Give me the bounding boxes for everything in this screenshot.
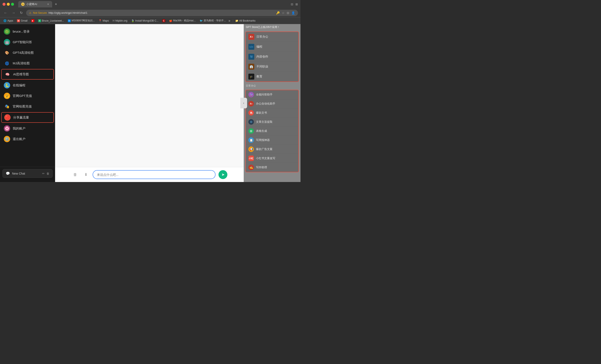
delete-chat-icon[interactable]: 🗑: [46, 172, 49, 175]
window-maximize-icon[interactable]: ⊞: [295, 2, 298, 6]
table-app-icon: ⊞: [248, 128, 254, 134]
app-item-ad[interactable]: 📢 爆款广告文案: [246, 145, 298, 154]
profile-icon[interactable]: 👤: [291, 11, 295, 15]
apps-section-label: 日常办公: [244, 83, 300, 88]
close-window-button[interactable]: [2, 3, 6, 6]
sidebar-item-gpt-qa[interactable]: 🤖 GPT智能问答: [0, 37, 55, 48]
bookmark-youtube[interactable]: ▶: [30, 19, 36, 23]
traffic-lights: [2, 3, 14, 6]
category-section: X≡ 日常办公 </> 编程 智 内容创作 👔 不同职业 🎓 教育: [245, 31, 299, 82]
share-icon: 🔴: [4, 114, 10, 121]
app-item-write[interactable]: ✍ 写作助理: [246, 163, 298, 172]
url-bar[interactable]: ⚠ Not Secure http://zglg.work/gpt.html#/…: [26, 10, 298, 16]
window-minimize-icon[interactable]: ⊟: [291, 2, 293, 6]
qa-app-icon: 🔮: [248, 92, 254, 97]
sidebar-bottom: 💬 New Chat ✏ 🗑: [0, 167, 55, 180]
sidebar-item-ai-mindmap[interactable]: 🧠 AI思维导图: [1, 69, 54, 80]
forward-button[interactable]: →: [10, 10, 17, 15]
tab-close-button[interactable]: ✕: [47, 3, 49, 6]
chat-input[interactable]: [93, 170, 216, 179]
sidebar-item-online-code-label: 在线编程: [13, 83, 25, 87]
bookmarks-bar: 🌐 Apps M Gmail ▶ B Bruce_Liuxiaowei... M…: [0, 17, 300, 24]
app-extract-label: 文章主旨提取: [256, 120, 272, 124]
keychain-icon[interactable]: 🔑: [276, 11, 280, 15]
category-item-office[interactable]: X≡ 日常办公: [246, 32, 298, 42]
bookmark-c[interactable]: C: [161, 19, 167, 23]
reload-button[interactable]: ↻: [19, 10, 24, 15]
url-text: http://zglg.work/gpt.html#/chat/1: [49, 11, 88, 14]
all-bookmarks-button[interactable]: 📁 All Bookmarks: [233, 19, 256, 22]
maximize-window-button[interactable]: [11, 3, 14, 6]
sidebar-item-draw-topup[interactable]: 🎭 官网绘图充值: [0, 101, 55, 112]
new-chat-button[interactable]: 💬 New Chat ✏ 🗑: [2, 169, 52, 178]
back-button[interactable]: ←: [2, 10, 9, 15]
download-icon: ⬇: [84, 172, 88, 177]
bruce-avatar-icon: 🟢: [4, 28, 10, 35]
category-item-career[interactable]: 👔 不同职业: [246, 62, 298, 72]
new-chat-label: New Chat: [12, 172, 25, 175]
browser-chrome: 🐝 小蜜蜂AI ✕ + ⊟ ⊞ ← → ↻ ⚠ Not Secure http:…: [0, 0, 300, 24]
app-item-weekly[interactable]: 📋 写周报神器: [246, 136, 298, 145]
category-career-label: 不同职业: [256, 65, 268, 68]
sidebar-item-online-code[interactable]: 🐍 在线编程: [0, 80, 55, 91]
bookmark-ms-label: MS08067网安知识...: [72, 19, 95, 22]
browser-tab[interactable]: 🐝 小蜜蜂AI ✕: [18, 1, 52, 7]
sidebar-item-mj-draw[interactable]: 🌀 MJ高清绘图: [0, 58, 55, 68]
sidebar-item-share[interactable]: 🔴 分享赢流量: [1, 112, 54, 123]
app-item-xhs[interactable]: 小红 小红书文案改写: [246, 154, 298, 163]
download-chat-button[interactable]: ⬇: [82, 171, 90, 178]
hot-doc-app-icon: 热: [248, 110, 254, 115]
sidebar-item-account-label: 我的账户: [13, 126, 25, 131]
sidebar-item-logout[interactable]: ⚙️ 退出账户: [0, 134, 55, 144]
bookmark-star-icon[interactable]: ☆: [282, 11, 285, 15]
imgpay-icon: 🎭: [4, 103, 10, 110]
reader-view-icon[interactable]: ⊟: [287, 11, 289, 15]
sidebar-item-gpt-topup[interactable]: 💰 官网GPT充值: [0, 91, 55, 101]
tab-favicon: 🐝: [21, 2, 25, 6]
new-tab-button[interactable]: +: [53, 1, 59, 7]
category-item-edu[interactable]: 🎓 教育: [246, 72, 298, 81]
bookmark-ms[interactable]: M MS08067网安知识...: [67, 19, 96, 23]
bookmark-cainiao-label: 菜鸟教程 - 学的不...: [204, 19, 226, 22]
send-icon: ➤: [221, 172, 225, 177]
app-item-office-auto[interactable]: X≡ 办公自动化助手: [246, 99, 298, 108]
bookmark-cainiao[interactable]: 🐦 菜鸟教程 - 学的不...: [198, 19, 227, 23]
collapse-panel-button[interactable]: ‹: [240, 98, 247, 108]
send-button[interactable]: ➤: [219, 170, 227, 179]
bookmark-macwk[interactable]: 🍎 MacWk - 精品mac...: [168, 19, 197, 23]
mj-icon: 🌀: [4, 60, 10, 67]
apps-icon: 🌐: [3, 19, 7, 22]
delete-chat-button[interactable]: 🗑: [71, 171, 79, 178]
app-item-qa[interactable]: 🔮 全能问答助手: [246, 90, 298, 99]
sidebar-item-account[interactable]: 🌸 我的账户: [0, 123, 55, 134]
app-hot-doc-label: 爆款文书: [256, 111, 267, 115]
minimize-window-button[interactable]: [7, 3, 10, 6]
bookmark-gmail-label: Gmail: [21, 19, 27, 22]
app-item-hot-doc[interactable]: 热 爆款文书: [246, 108, 298, 117]
ms-icon: M: [68, 19, 71, 22]
chevron-left-icon: ‹: [243, 101, 244, 105]
httpbin-icon: H: [112, 19, 114, 22]
xhs-app-icon: 小红: [248, 155, 254, 161]
ad-app-icon: 📢: [248, 146, 254, 152]
bookmark-apps[interactable]: 🌐 Apps: [2, 19, 14, 23]
bookmark-bruce[interactable]: B Bruce_Liuxiaowei...: [37, 19, 65, 23]
bookmark-httpbin[interactable]: H httpbin.org: [111, 19, 129, 23]
bookmark-gmail[interactable]: M Gmail: [16, 19, 29, 23]
panel-header: GPT Store已上线235个应用！: [244, 24, 300, 30]
address-bar: ← → ↻ ⚠ Not Secure http://zglg.work/gpt.…: [0, 9, 300, 17]
category-item-content[interactable]: 智 内容创作: [246, 52, 298, 62]
bookmark-mongodb[interactable]: 🍃 Install MongoDB C...: [130, 19, 160, 23]
app-item-table[interactable]: ⊞ 表格生成: [246, 126, 298, 136]
bookmark-maps[interactable]: 📍 Maps: [97, 19, 110, 23]
code-icon: 🐍: [4, 82, 10, 88]
edit-chat-icon[interactable]: ✏: [42, 172, 45, 175]
account-icon: 🌸: [4, 125, 10, 132]
app-item-extract[interactable]: ⚙ 文章主旨提取: [246, 117, 298, 126]
category-item-code[interactable]: </> 编程: [246, 42, 298, 52]
sidebar-item-login[interactable]: 🟢 bruce...登录: [0, 26, 55, 37]
bookmarks-more-button[interactable]: »: [229, 19, 230, 23]
sidebar-item-gpt4-draw[interactable]: 🎨 GPT4高清绘图: [0, 48, 55, 58]
bookmark-httpbin-label: httpbin.org: [115, 19, 127, 22]
app-container: 🟢 bruce...登录 🤖 GPT智能问答 🎨 GPT4高清绘图 🌀 MJ高清…: [0, 24, 300, 182]
